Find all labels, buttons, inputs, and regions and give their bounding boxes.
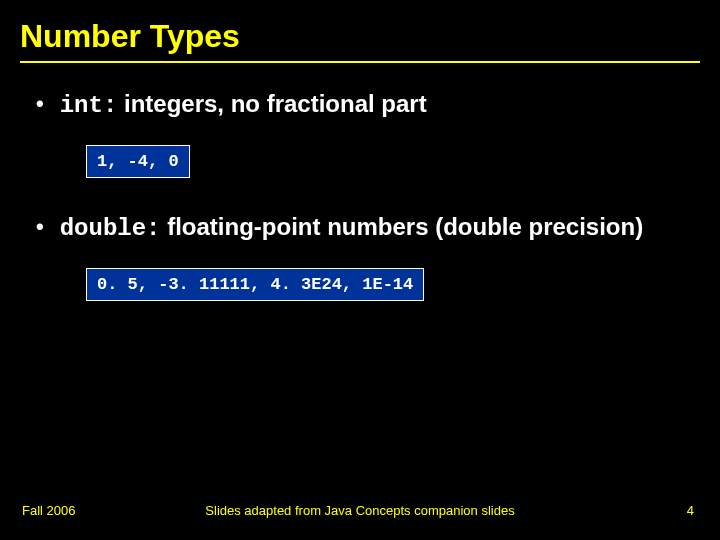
slide-number: 4 [687, 503, 694, 518]
slide: Number Types • int: integers, no fractio… [0, 0, 720, 540]
code-keyword: int: [60, 92, 118, 119]
code-example-box: 1, -4, 0 [86, 145, 190, 178]
title-underline [20, 61, 700, 63]
code-example-box: 0. 5, -3. 11111, 4. 3E24, 1E-14 [86, 268, 424, 301]
bullet-item: • int: integers, no fractional part [30, 89, 700, 121]
bullet-description: floating-point numbers (double precision… [161, 213, 644, 240]
bullet-text: double: floating-point numbers (double p… [60, 212, 643, 244]
bullet-description: integers, no fractional part [117, 90, 426, 117]
footer-attribution: Slides adapted from Java Concepts compan… [0, 503, 720, 518]
slide-title: Number Types [20, 18, 700, 55]
bullet-dot-icon: • [36, 89, 44, 119]
code-keyword: double: [60, 215, 161, 242]
slide-content: • int: integers, no fractional part 1, -… [20, 89, 700, 319]
bullet-dot-icon: • [36, 212, 44, 242]
bullet-text: int: integers, no fractional part [60, 89, 427, 121]
bullet-item: • double: floating-point numbers (double… [30, 212, 700, 244]
